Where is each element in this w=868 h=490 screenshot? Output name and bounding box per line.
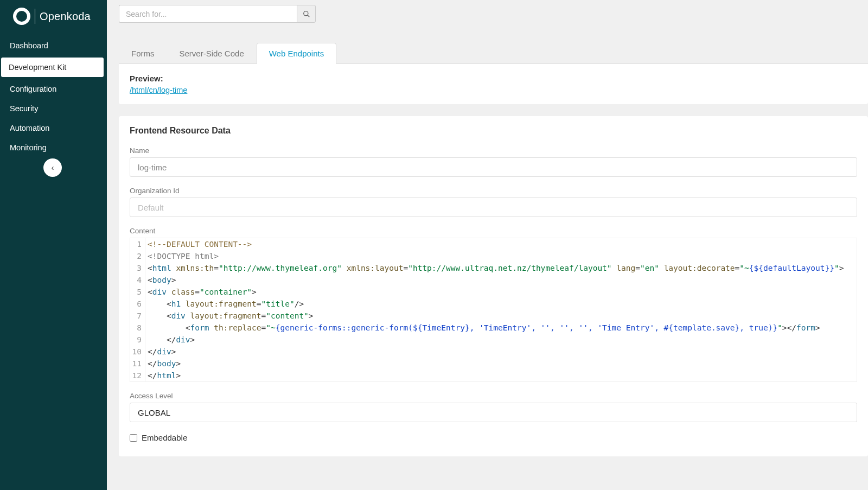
code-line[interactable]: 5<div class="container">: [130, 286, 857, 298]
main-content: FormsServer-Side CodeWeb Endpoints Previ…: [107, 0, 868, 490]
collapse-sidebar-button[interactable]: ‹: [43, 158, 62, 177]
code-line[interactable]: 4<body>: [130, 274, 857, 286]
content-label: Content: [130, 227, 857, 235]
svg-line-1: [307, 15, 309, 17]
line-number: 11: [130, 358, 145, 370]
org-label: Organization Id: [130, 187, 857, 195]
name-label: Name: [130, 147, 857, 155]
line-number: 8: [130, 322, 145, 334]
code-content[interactable]: </html>: [145, 370, 181, 381]
preview-label: Preview:: [130, 74, 857, 83]
access-label: Access Level: [130, 392, 857, 400]
access-select[interactable]: [130, 403, 857, 422]
content-editor[interactable]: 1<!--DEFAULT CONTENT-->2<!DOCTYPE html>3…: [130, 238, 857, 382]
logo-divider: [35, 9, 35, 24]
line-number: 12: [130, 370, 145, 381]
search-input[interactable]: [119, 5, 297, 23]
form-panel: Frontend Resource Data Name Organization…: [119, 116, 868, 456]
sidebar-item-dashboard[interactable]: Dashboard: [0, 36, 107, 55]
brand-logo[interactable]: Openkoda: [0, 0, 107, 33]
section-title: Frontend Resource Data: [130, 126, 857, 136]
line-number: 4: [130, 274, 145, 286]
search-icon: [303, 10, 310, 18]
search-button[interactable]: [297, 5, 316, 23]
logo-icon: [13, 8, 30, 25]
code-line[interactable]: 12</html>: [130, 370, 857, 381]
sidebar-nav: DashboardDevelopment KitConfigurationSec…: [0, 33, 107, 157]
code-line[interactable]: 6 <h1 layout:fragment="title"/>: [130, 298, 857, 310]
sidebar-item-monitoring[interactable]: Monitoring: [0, 138, 107, 157]
search-row: [107, 0, 868, 23]
code-line[interactable]: 2<!DOCTYPE html>: [130, 250, 857, 262]
line-number: 6: [130, 298, 145, 310]
sidebar-item-configuration[interactable]: Configuration: [0, 79, 107, 99]
sidebar-item-security[interactable]: Security: [0, 99, 107, 118]
sidebar-item-automation[interactable]: Automation: [0, 118, 107, 138]
line-number: 1: [130, 238, 145, 250]
embeddable-label[interactable]: Embeddable: [142, 433, 187, 442]
tab-web-endpoints[interactable]: Web Endpoints: [257, 43, 336, 64]
code-content[interactable]: </div>: [145, 346, 176, 358]
line-number: 9: [130, 334, 145, 346]
code-line[interactable]: 3<html xmlns:th="http://www.thymeleaf.or…: [130, 262, 857, 274]
line-number: 3: [130, 262, 145, 274]
code-content[interactable]: <div class="container">: [145, 286, 257, 298]
code-content[interactable]: </body>: [145, 358, 181, 370]
code-content[interactable]: <div layout:fragment="content">: [145, 310, 314, 322]
brand-name: Openkoda: [40, 10, 91, 23]
preview-panel: Preview: /html/cn/log-time: [119, 64, 868, 104]
preview-link[interactable]: /html/cn/log-time: [130, 86, 857, 94]
tabs: FormsServer-Side CodeWeb Endpoints: [119, 43, 868, 64]
line-number: 10: [130, 346, 145, 358]
code-content[interactable]: </div>: [145, 334, 195, 346]
svg-point-0: [303, 11, 308, 15]
code-line[interactable]: 7 <div layout:fragment="content">: [130, 310, 857, 322]
code-line[interactable]: 11</body>: [130, 358, 857, 370]
code-content[interactable]: <body>: [145, 274, 176, 286]
code-line[interactable]: 9 </div>: [130, 334, 857, 346]
code-line[interactable]: 8 <form th:replace="~{generic-forms::gen…: [130, 322, 857, 334]
line-number: 2: [130, 250, 145, 262]
embeddable-checkbox[interactable]: [130, 434, 137, 442]
tab-server-side-code[interactable]: Server-Side Code: [167, 43, 257, 63]
code-line[interactable]: 10</div>: [130, 346, 857, 358]
org-input[interactable]: [130, 198, 857, 217]
sidebar-item-development-kit[interactable]: Development Kit: [1, 58, 104, 77]
code-content[interactable]: <!DOCTYPE html>: [145, 250, 219, 262]
code-content[interactable]: <form th:replace="~{generic-forms::gener…: [145, 322, 820, 334]
sidebar: Openkoda DashboardDevelopment KitConfigu…: [0, 0, 107, 490]
name-input[interactable]: [130, 157, 857, 177]
code-content[interactable]: <html xmlns:th="http://www.thymeleaf.org…: [145, 262, 844, 274]
code-line[interactable]: 1<!--DEFAULT CONTENT-->: [130, 238, 857, 250]
tab-forms[interactable]: Forms: [119, 43, 167, 63]
line-number: 5: [130, 286, 145, 298]
code-content[interactable]: <h1 layout:fragment="title"/>: [145, 298, 304, 310]
code-content[interactable]: <!--DEFAULT CONTENT-->: [145, 238, 252, 250]
line-number: 7: [130, 310, 145, 322]
chevron-left-icon: ‹: [52, 163, 54, 172]
